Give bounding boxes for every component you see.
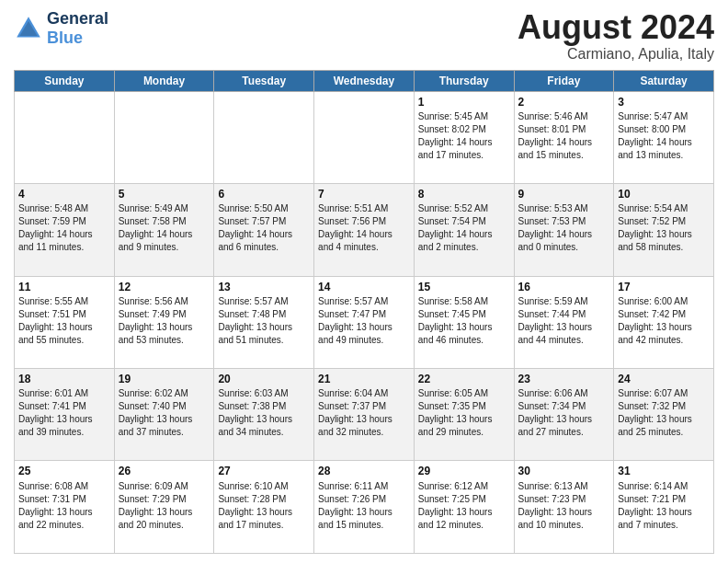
day-info: Sunrise: 5:45 AM Sunset: 8:02 PM Dayligh…: [418, 110, 510, 162]
day-number: 23: [518, 372, 610, 386]
day-info: Sunrise: 6:12 AM Sunset: 7:25 PM Dayligh…: [418, 480, 510, 532]
day-info: Sunrise: 5:57 AM Sunset: 7:48 PM Dayligh…: [218, 295, 310, 347]
calendar-cell-w5-d7: 31Sunrise: 6:14 AM Sunset: 7:21 PM Dayli…: [614, 461, 714, 554]
day-info: Sunrise: 5:49 AM Sunset: 7:58 PM Dayligh…: [119, 202, 210, 254]
day-info: Sunrise: 5:56 AM Sunset: 7:49 PM Dayligh…: [119, 295, 210, 347]
day-info: Sunrise: 5:59 AM Sunset: 7:44 PM Dayligh…: [518, 295, 610, 347]
day-info: Sunrise: 6:07 AM Sunset: 7:32 PM Dayligh…: [618, 387, 710, 439]
calendar-cell-w5-d4: 28Sunrise: 6:11 AM Sunset: 7:26 PM Dayli…: [314, 461, 415, 554]
day-number: 4: [18, 187, 110, 201]
day-number: 7: [318, 187, 410, 201]
calendar-cell-w5-d5: 29Sunrise: 6:12 AM Sunset: 7:25 PM Dayli…: [414, 461, 514, 554]
day-info: Sunrise: 6:05 AM Sunset: 7:35 PM Dayligh…: [418, 387, 510, 439]
calendar-cell-w3-d6: 16Sunrise: 5:59 AM Sunset: 7:44 PM Dayli…: [514, 276, 614, 368]
calendar-cell-w1-d1: [15, 91, 115, 183]
day-info: Sunrise: 6:13 AM Sunset: 7:23 PM Dayligh…: [518, 480, 610, 532]
calendar-week-3: 11Sunrise: 5:55 AM Sunset: 7:51 PM Dayli…: [15, 276, 714, 368]
day-number: 25: [18, 464, 110, 478]
calendar-cell-w2-d6: 9Sunrise: 5:53 AM Sunset: 7:53 PM Daylig…: [514, 184, 614, 276]
day-number: 15: [418, 280, 510, 294]
day-number: 13: [218, 280, 310, 294]
day-number: 27: [218, 464, 310, 478]
calendar-cell-w4-d4: 21Sunrise: 6:04 AM Sunset: 7:37 PM Dayli…: [314, 369, 415, 461]
calendar-cell-w1-d5: 1Sunrise: 5:45 AM Sunset: 8:02 PM Daylig…: [414, 91, 514, 183]
calendar-cell-w2-d7: 10Sunrise: 5:54 AM Sunset: 7:52 PM Dayli…: [614, 184, 714, 276]
day-info: Sunrise: 6:08 AM Sunset: 7:31 PM Dayligh…: [18, 480, 110, 532]
day-info: Sunrise: 5:50 AM Sunset: 7:57 PM Dayligh…: [218, 202, 310, 254]
calendar-cell-w2-d1: 4Sunrise: 5:48 AM Sunset: 7:59 PM Daylig…: [15, 184, 115, 276]
day-number: 18: [18, 372, 110, 386]
calendar-cell-w4-d1: 18Sunrise: 6:01 AM Sunset: 7:41 PM Dayli…: [15, 369, 115, 461]
day-info: Sunrise: 5:53 AM Sunset: 7:53 PM Dayligh…: [518, 202, 610, 254]
day-info: Sunrise: 5:57 AM Sunset: 7:47 PM Dayligh…: [318, 295, 410, 347]
day-number: 31: [618, 464, 710, 478]
calendar-cell-w3-d5: 15Sunrise: 5:58 AM Sunset: 7:45 PM Dayli…: [414, 276, 514, 368]
calendar-cell-w1-d3: [214, 91, 314, 183]
calendar-cell-w1-d4: [314, 91, 415, 183]
calendar-week-5: 25Sunrise: 6:08 AM Sunset: 7:31 PM Dayli…: [15, 461, 714, 554]
day-number: 3: [618, 95, 710, 109]
calendar-cell-w3-d4: 14Sunrise: 5:57 AM Sunset: 7:47 PM Dayli…: [314, 276, 415, 368]
calendar-header-row: Sunday Monday Tuesday Wednesday Thursday…: [15, 70, 714, 91]
day-info: Sunrise: 6:11 AM Sunset: 7:26 PM Dayligh…: [318, 480, 410, 532]
day-number: 26: [119, 464, 210, 478]
month-title: August 2024: [518, 9, 714, 46]
day-info: Sunrise: 6:00 AM Sunset: 7:42 PM Dayligh…: [618, 295, 710, 347]
day-number: 6: [218, 187, 310, 201]
day-number: 20: [218, 372, 310, 386]
calendar-cell-w4-d7: 24Sunrise: 6:07 AM Sunset: 7:32 PM Dayli…: [614, 369, 714, 461]
day-info: Sunrise: 5:48 AM Sunset: 7:59 PM Dayligh…: [18, 202, 110, 254]
calendar-cell-w1-d7: 3Sunrise: 5:47 AM Sunset: 8:00 PM Daylig…: [614, 91, 714, 183]
day-number: 21: [318, 372, 410, 386]
page: General Blue August 2024 Carmiano, Apuli…: [0, 0, 728, 563]
calendar-week-2: 4Sunrise: 5:48 AM Sunset: 7:59 PM Daylig…: [15, 184, 714, 276]
calendar-cell-w2-d3: 6Sunrise: 5:50 AM Sunset: 7:57 PM Daylig…: [214, 184, 314, 276]
calendar-cell-w5-d1: 25Sunrise: 6:08 AM Sunset: 7:31 PM Dayli…: [15, 461, 115, 554]
calendar-cell-w3-d3: 13Sunrise: 5:57 AM Sunset: 7:48 PM Dayli…: [214, 276, 314, 368]
calendar-cell-w3-d2: 12Sunrise: 5:56 AM Sunset: 7:49 PM Dayli…: [114, 276, 214, 368]
col-monday: Monday: [114, 70, 214, 91]
calendar-week-4: 18Sunrise: 6:01 AM Sunset: 7:41 PM Dayli…: [15, 369, 714, 461]
col-thursday: Thursday: [414, 70, 514, 91]
day-info: Sunrise: 6:02 AM Sunset: 7:40 PM Dayligh…: [119, 387, 210, 439]
col-sunday: Sunday: [15, 70, 115, 91]
day-number: 17: [618, 280, 710, 294]
calendar-cell-w5-d6: 30Sunrise: 6:13 AM Sunset: 7:23 PM Dayli…: [514, 461, 614, 554]
calendar-cell-w4-d3: 20Sunrise: 6:03 AM Sunset: 7:38 PM Dayli…: [214, 369, 314, 461]
title-area: August 2024 Carmiano, Apulia, Italy: [518, 9, 714, 63]
day-number: 10: [618, 187, 710, 201]
day-number: 9: [518, 187, 610, 201]
calendar-cell-w2-d5: 8Sunrise: 5:52 AM Sunset: 7:54 PM Daylig…: [414, 184, 514, 276]
calendar-cell-w1-d2: [114, 91, 214, 183]
day-info: Sunrise: 5:52 AM Sunset: 7:54 PM Dayligh…: [418, 202, 510, 254]
day-number: 8: [418, 187, 510, 201]
calendar-cell-w2-d4: 7Sunrise: 5:51 AM Sunset: 7:56 PM Daylig…: [314, 184, 415, 276]
day-number: 12: [119, 280, 210, 294]
day-info: Sunrise: 6:06 AM Sunset: 7:34 PM Dayligh…: [518, 387, 610, 439]
col-saturday: Saturday: [614, 70, 714, 91]
calendar-cell-w2-d2: 5Sunrise: 5:49 AM Sunset: 7:58 PM Daylig…: [114, 184, 214, 276]
subtitle: Carmiano, Apulia, Italy: [518, 46, 714, 63]
day-info: Sunrise: 6:09 AM Sunset: 7:29 PM Dayligh…: [119, 480, 210, 532]
day-number: 24: [618, 372, 710, 386]
day-number: 22: [418, 372, 510, 386]
calendar-cell-w3-d7: 17Sunrise: 6:00 AM Sunset: 7:42 PM Dayli…: [614, 276, 714, 368]
day-info: Sunrise: 6:03 AM Sunset: 7:38 PM Dayligh…: [218, 387, 310, 439]
day-info: Sunrise: 6:04 AM Sunset: 7:37 PM Dayligh…: [318, 387, 410, 439]
day-info: Sunrise: 5:54 AM Sunset: 7:52 PM Dayligh…: [618, 202, 710, 254]
day-number: 30: [518, 464, 610, 478]
day-info: Sunrise: 5:51 AM Sunset: 7:56 PM Dayligh…: [318, 202, 410, 254]
day-info: Sunrise: 6:14 AM Sunset: 7:21 PM Dayligh…: [618, 480, 710, 532]
calendar-cell-w4-d2: 19Sunrise: 6:02 AM Sunset: 7:40 PM Dayli…: [114, 369, 214, 461]
calendar-cell-w5-d3: 27Sunrise: 6:10 AM Sunset: 7:28 PM Dayli…: [214, 461, 314, 554]
day-info: Sunrise: 6:01 AM Sunset: 7:41 PM Dayligh…: [18, 387, 110, 439]
logo-text: General Blue: [47, 9, 108, 48]
day-info: Sunrise: 5:46 AM Sunset: 8:01 PM Dayligh…: [518, 110, 610, 162]
day-info: Sunrise: 5:58 AM Sunset: 7:45 PM Dayligh…: [418, 295, 510, 347]
logo-icon: [14, 14, 43, 43]
calendar-week-1: 1Sunrise: 5:45 AM Sunset: 8:02 PM Daylig…: [15, 91, 714, 183]
day-info: Sunrise: 6:10 AM Sunset: 7:28 PM Dayligh…: [218, 480, 310, 532]
day-number: 11: [18, 280, 110, 294]
calendar-cell-w3-d1: 11Sunrise: 5:55 AM Sunset: 7:51 PM Dayli…: [15, 276, 115, 368]
calendar-cell-w4-d5: 22Sunrise: 6:05 AM Sunset: 7:35 PM Dayli…: [414, 369, 514, 461]
